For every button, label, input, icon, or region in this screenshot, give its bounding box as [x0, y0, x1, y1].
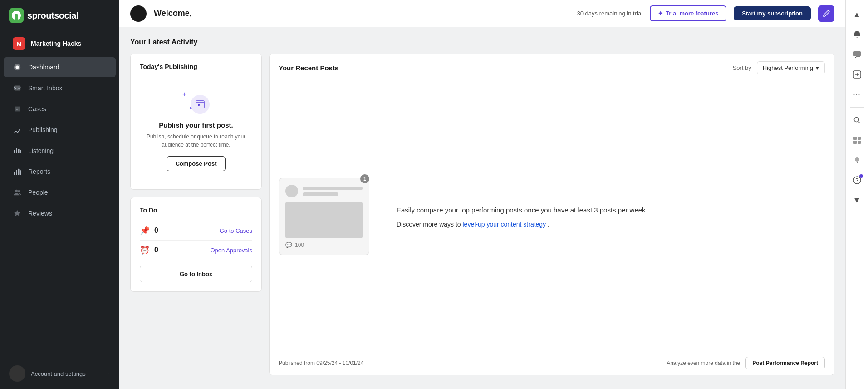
sidebar-item-reports[interactable]: Reports [4, 162, 116, 182]
right-icons-panel: ▲ ··· [845, 0, 868, 389]
sidebar-item-dashboard[interactable]: Dashboard [4, 57, 116, 77]
left-column: Today's Publishing + [130, 54, 262, 375]
svg-rect-16 [853, 51, 861, 56]
today-publishing-card: Today's Publishing + [130, 54, 262, 190]
svg-rect-5 [16, 148, 17, 153]
post-avatar-mock [285, 185, 298, 197]
comment-count: 100 [295, 242, 304, 248]
publish-calendar-icon [191, 95, 210, 114]
help-button[interactable] [848, 171, 866, 189]
sort-value: Highest Performing [763, 64, 813, 71]
go-to-cases-link[interactable]: Go to Cases [220, 227, 252, 234]
listening-icon [13, 146, 22, 155]
sidebar-item-people-label: People [28, 189, 48, 196]
start-subscription-button[interactable]: Start my subscription [734, 6, 811, 20]
approval-icon: ⏰ [140, 245, 150, 255]
todo-approvals-count: 0 [154, 246, 210, 254]
svg-rect-4 [14, 150, 15, 153]
svg-rect-19 [853, 137, 857, 140]
header-avatar [130, 5, 147, 22]
chat-icon [853, 50, 862, 59]
bulb-button[interactable] [848, 151, 866, 169]
icon-divider [850, 107, 864, 108]
workspace-label: Marketing Hacks [31, 40, 81, 47]
open-approvals-link[interactable]: Open Approvals [210, 247, 252, 254]
main-content: Welcome, 30 days remaining in trial ✦ Tr… [119, 0, 845, 389]
section-title: Your Latest Activity [130, 38, 834, 46]
posts-empty-sub: Discover more ways to level-up your cont… [397, 221, 825, 228]
post-performance-report-button[interactable]: Post Performance Report [745, 357, 825, 369]
sidebar-nav: Dashboard Smart Inbox Cases Publishing [0, 56, 119, 224]
svg-point-2 [15, 65, 19, 69]
arrow-right-icon: → [104, 370, 110, 377]
content-area: Your Latest Activity Today's Publishing … [119, 27, 845, 389]
notification-badge: 1 [360, 174, 369, 183]
go-to-inbox-button[interactable]: Go to Inbox [140, 266, 252, 282]
sparkle-icon: ✦ [658, 10, 663, 17]
post-preview: 1 💬 1 [279, 178, 378, 255]
notifications-button[interactable] [848, 25, 866, 44]
sidebar-logo[interactable]: sproutsocial [0, 0, 119, 31]
dashboard-icon [13, 63, 22, 72]
add-button[interactable] [848, 65, 866, 84]
svg-rect-8 [14, 172, 15, 175]
inbox-icon [13, 84, 22, 93]
publishing-icon [13, 125, 22, 134]
sidebar-item-smart-inbox-label: Smart Inbox [28, 84, 62, 92]
compose-post-button[interactable]: Compose Post [167, 156, 225, 171]
sort-dropdown[interactable]: Highest Performing ▾ [757, 61, 825, 74]
svg-point-23 [855, 157, 859, 162]
account-label: Account and settings [31, 370, 98, 377]
recent-posts-body: 1 💬 1 [270, 82, 834, 351]
post-line-1 [303, 187, 363, 190]
sidebar-item-publishing-label: Publishing [28, 126, 58, 133]
more-icon: ··· [853, 90, 860, 98]
sidebar-item-listening-label: Listening [28, 147, 54, 154]
sidebar-item-cases[interactable]: Cases [4, 99, 116, 119]
more-button[interactable]: ··· [848, 85, 866, 103]
sidebar-item-reviews[interactable]: Reviews [4, 203, 116, 223]
content-strategy-link[interactable]: level-up your content strategy [462, 221, 546, 228]
post-line-2 [303, 192, 338, 196]
todo-title: To Do [140, 207, 252, 214]
svg-rect-15 [198, 104, 200, 106]
todo-approvals-row: ⏰ 0 Open Approvals [140, 241, 252, 260]
sidebar-item-publishing[interactable]: Publishing [4, 120, 116, 140]
todo-cases-row: 📌 0 Go to Cases [140, 221, 252, 241]
pencil-icon [822, 10, 830, 18]
grid-button[interactable] [848, 131, 866, 149]
scroll-up-button[interactable]: ▲ [848, 5, 866, 24]
svg-rect-0 [9, 8, 24, 23]
svg-rect-14 [196, 101, 204, 108]
bulb-icon [853, 156, 862, 165]
comment-icon: 💬 [285, 242, 292, 248]
sidebar-item-smart-inbox[interactable]: Smart Inbox [4, 78, 116, 98]
workspace-selector[interactable]: M Marketing Hacks [4, 33, 116, 54]
svg-point-12 [15, 190, 18, 192]
recent-posts-card: Your Recent Posts Sort by Highest Perfor… [269, 54, 834, 375]
search-button[interactable] [848, 111, 866, 129]
recent-posts-title: Your Recent Posts [279, 64, 727, 72]
trial-features-button[interactable]: ✦ Trial more features [650, 5, 726, 21]
trial-remaining-text: 30 days remaining in trial [577, 10, 643, 17]
help-icon [853, 176, 862, 185]
sidebar-item-reports-label: Reports [28, 168, 50, 175]
avatar [9, 365, 25, 382]
reports-icon [13, 167, 22, 176]
sidebar-item-dashboard-label: Dashboard [28, 64, 59, 71]
svg-point-25 [857, 182, 858, 183]
cases-icon [13, 104, 22, 113]
sidebar-item-people[interactable]: People [4, 182, 116, 202]
messages-button[interactable] [848, 45, 866, 64]
scroll-down-button[interactable]: ▼ [848, 191, 866, 209]
compose-icon-button[interactable] [818, 5, 834, 22]
posts-empty-text: Easily compare your top performing posts… [397, 205, 825, 228]
today-publishing-title: Today's Publishing [140, 63, 252, 70]
date-range: Published from 09/25/24 - 10/01/24 [279, 360, 661, 366]
sidebar-item-listening[interactable]: Listening [4, 141, 116, 161]
discover-text: Discover more ways to [397, 221, 462, 228]
account-settings[interactable]: Account and settings → [0, 358, 119, 389]
bell-icon [853, 30, 862, 39]
search-icon [853, 116, 862, 125]
pin-icon: 📌 [140, 226, 150, 236]
